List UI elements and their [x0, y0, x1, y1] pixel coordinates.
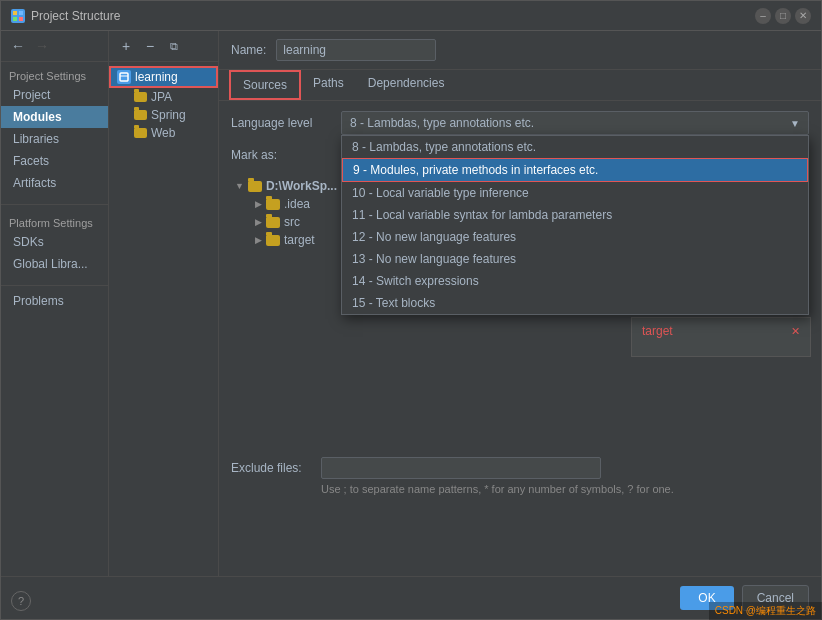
module-learning[interactable]: learning: [109, 66, 218, 88]
svg-rect-0: [13, 11, 17, 15]
lang-level-label: Language level: [231, 116, 331, 130]
svg-rect-2: [13, 17, 17, 21]
nav-item-problems[interactable]: Problems: [1, 290, 108, 312]
lang-level-selected: 8 - Lambdas, type annotations etc.: [350, 116, 534, 130]
module-section: + − ⧉ learning: [109, 31, 219, 576]
panel-body: Language level 8 - Lambdas, type annotat…: [219, 101, 821, 576]
back-btn[interactable]: ←: [7, 35, 29, 57]
tab-dependencies[interactable]: Dependencies: [356, 70, 457, 100]
tabs-bar: Sources Paths Dependencies: [219, 70, 821, 101]
nav-back-row: ← →: [1, 31, 108, 62]
svg-rect-4: [120, 73, 128, 81]
folder-idea-label: .idea: [284, 197, 310, 211]
main-content: ← → Project Settings Project Modules Lib…: [1, 31, 821, 576]
help-btn[interactable]: ?: [11, 591, 31, 611]
expand-icon: ▼: [235, 181, 244, 191]
copy-module-btn[interactable]: ⧉: [163, 35, 185, 57]
menu-item-lvl12[interactable]: 12 - No new language features: [342, 226, 808, 248]
nav-item-modules[interactable]: Modules: [1, 106, 108, 128]
menu-item-lvl14[interactable]: 14 - Switch expressions: [342, 270, 808, 292]
tab-sources[interactable]: Sources: [229, 70, 301, 100]
spring-label: Spring: [151, 108, 186, 122]
lang-level-menu: 8 - Lambdas, type annotations etc. 9 - M…: [341, 135, 809, 315]
nav-item-libraries[interactable]: Libraries: [1, 128, 108, 150]
minimize-btn[interactable]: –: [755, 8, 771, 24]
name-label: Name:: [231, 43, 266, 57]
lang-level-dropdown-container: 8 - Lambdas, type annotations etc. ▼ 8 -…: [341, 111, 809, 135]
nav-item-global-libs[interactable]: Global Libra...: [1, 253, 108, 275]
project-structure-dialog: Project Structure – □ ✕ ← → Project Sett…: [0, 0, 822, 620]
tree-item-jpa[interactable]: JPA: [109, 88, 218, 106]
remove-excluded-btn[interactable]: ✕: [791, 325, 800, 338]
nav-item-facets[interactable]: Facets: [1, 150, 108, 172]
exclude-files-row: Exclude files:: [231, 457, 809, 479]
jpa-label: JPA: [151, 90, 172, 104]
app-icon: [11, 9, 25, 23]
spring-icon: [133, 108, 147, 122]
platform-settings-section: Platform Settings SDKs Global Libra...: [1, 209, 108, 281]
jpa-icon: [133, 90, 147, 104]
nav-item-project[interactable]: Project: [1, 84, 108, 106]
nav-item-sdks[interactable]: SDKs: [1, 231, 108, 253]
right-panel: Name: Sources Paths Dependencies Languag…: [219, 31, 821, 576]
excluded-label: target: [642, 324, 673, 338]
expand-target-icon: ▶: [255, 235, 262, 245]
expand-idea-icon: ▶: [255, 199, 262, 209]
menu-item-lvl9[interactable]: 9 - Modules, private methods in interfac…: [342, 158, 808, 182]
lang-level-row: Language level 8 - Lambdas, type annotat…: [231, 111, 809, 135]
tab-paths[interactable]: Paths: [301, 70, 356, 100]
exclude-files-label: Exclude files:: [231, 461, 311, 475]
watermark: CSDN @编程重生之路: [709, 602, 822, 620]
menu-item-lvl8[interactable]: 8 - Lambdas, type annotations etc.: [342, 136, 808, 158]
nav-item-artifacts[interactable]: Artifacts: [1, 172, 108, 194]
maximize-btn[interactable]: □: [775, 8, 791, 24]
platform-settings-header: Platform Settings: [1, 215, 108, 231]
title-bar: Project Structure – □ ✕: [1, 1, 821, 31]
chevron-down-icon: ▼: [790, 118, 800, 129]
menu-item-lvl13[interactable]: 13 - No new language features: [342, 248, 808, 270]
module-learning-label: learning: [135, 70, 178, 84]
mark-as-label: Mark as:: [231, 148, 331, 162]
menu-item-lvl10[interactable]: 10 - Local variable type inference: [342, 182, 808, 204]
exclude-hint: Use ; to separate name patterns, * for a…: [231, 483, 809, 495]
excluded-item-target: target ✕: [638, 322, 804, 340]
menu-item-lvl11[interactable]: 11 - Local variable syntax for lambda pa…: [342, 204, 808, 226]
tree-item-spring[interactable]: Spring: [109, 106, 218, 124]
folder-src-label: src: [284, 215, 300, 229]
tree-item-web[interactable]: Web: [109, 124, 218, 142]
svg-rect-1: [19, 11, 23, 15]
expand-src-icon: ▶: [255, 217, 262, 227]
bottom-bar: ? OK Cancel: [1, 576, 821, 619]
project-settings-section: Project Settings Project Modules Librari…: [1, 62, 108, 200]
window-controls: – □ ✕: [755, 8, 811, 24]
module-tree-content: learning JPA: [109, 62, 218, 576]
dialog-title: Project Structure: [31, 9, 120, 23]
folder-target-label: target: [284, 233, 315, 247]
add-module-btn[interactable]: +: [115, 35, 137, 57]
name-bar: Name:: [219, 31, 821, 70]
exclude-files-input[interactable]: [321, 457, 601, 479]
web-icon: [133, 126, 147, 140]
svg-rect-3: [19, 17, 23, 21]
lang-level-dropdown[interactable]: 8 - Lambdas, type annotations etc. ▼: [341, 111, 809, 135]
workspace-root-label: D:\WorkSp...: [266, 179, 337, 193]
close-btn[interactable]: ✕: [795, 8, 811, 24]
project-settings-header: Project Settings: [1, 68, 108, 84]
left-nav: ← → Project Settings Project Modules Lib…: [1, 31, 109, 576]
name-input[interactable]: [276, 39, 436, 61]
menu-item-lvl15[interactable]: 15 - Text blocks: [342, 292, 808, 314]
remove-module-btn[interactable]: −: [139, 35, 161, 57]
title-bar-left: Project Structure: [11, 9, 120, 23]
module-icon: [117, 70, 131, 84]
web-label: Web: [151, 126, 175, 140]
module-toolbar: + − ⧉: [109, 31, 218, 62]
forward-btn[interactable]: →: [31, 35, 53, 57]
